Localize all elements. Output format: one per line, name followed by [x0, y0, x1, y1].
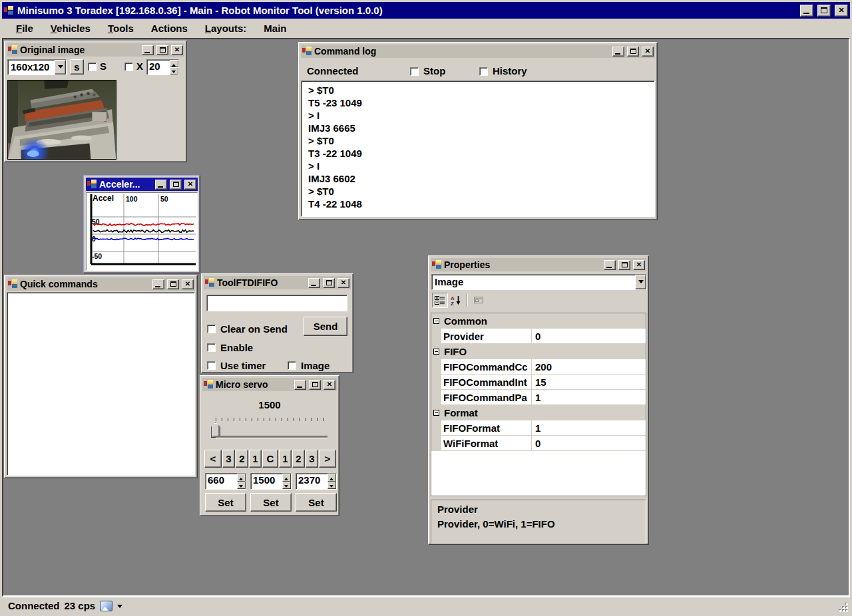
- close-button[interactable]: ✕: [171, 45, 183, 55]
- minimize-button[interactable]: [142, 45, 154, 55]
- servo-step-button-1[interactable]: <: [204, 450, 222, 468]
- x-checkbox[interactable]: [124, 63, 133, 71]
- maximize-button[interactable]: [167, 279, 179, 289]
- spin-down-icon[interactable]: [282, 482, 291, 490]
- interval-spinner[interactable]: 20: [146, 59, 179, 75]
- main-titlebar[interactable]: Minisumo 3 Toradex [192.168.0.36] - Main…: [2, 2, 850, 19]
- quick-commands-titlebar[interactable]: Quick commands ✕: [7, 277, 195, 291]
- enable-checkbox[interactable]: [207, 343, 216, 352]
- maximize-button[interactable]: [323, 278, 335, 288]
- servo-step-button-5[interactable]: C: [262, 450, 278, 468]
- minimize-button[interactable]: [308, 278, 320, 288]
- maximize-button[interactable]: [618, 260, 630, 270]
- menu-item-main[interactable]: Main: [256, 20, 294, 37]
- stop-checkbox[interactable]: [410, 67, 419, 76]
- maximize-button[interactable]: [156, 45, 168, 55]
- collapse-icon[interactable]: [433, 318, 439, 324]
- clear-on-send-checkbox[interactable]: [207, 325, 216, 333]
- spin-up-icon[interactable]: [327, 474, 336, 482]
- snapshot-button[interactable]: s: [70, 59, 84, 75]
- property-row[interactable]: FIFOCommandInt15: [431, 375, 646, 390]
- maximize-button[interactable]: [817, 5, 831, 17]
- original-image-titlebar[interactable]: Original image ✕: [7, 43, 184, 57]
- alphabetical-sort-button[interactable]: A Z: [448, 293, 464, 308]
- close-button[interactable]: ✕: [323, 380, 335, 390]
- chevron-down-icon[interactable]: [635, 275, 646, 289]
- servo-step-button-6[interactable]: 1: [279, 450, 292, 468]
- property-row[interactable]: Provider0: [431, 329, 646, 344]
- maximize-button[interactable]: [170, 180, 182, 190]
- menu-item-tools[interactable]: Tools: [101, 20, 141, 37]
- close-button[interactable]: ✕: [184, 180, 196, 190]
- command-input[interactable]: [206, 295, 347, 311]
- menu-item-vehicles[interactable]: Vehicles: [43, 20, 98, 37]
- property-value[interactable]: 15: [532, 375, 646, 390]
- property-category-row[interactable]: FIFO: [431, 344, 646, 359]
- history-checkbox[interactable]: [479, 67, 488, 76]
- spin-up-icon[interactable]: [237, 474, 246, 482]
- property-value[interactable]: 1: [532, 420, 646, 436]
- micro-servo-titlebar[interactable]: Micro servo ✕: [202, 378, 337, 391]
- servo-step-button-4[interactable]: 1: [249, 450, 262, 468]
- spin-down-icon[interactable]: [327, 482, 336, 490]
- categorized-button[interactable]: [432, 293, 448, 308]
- servo-step-button-2[interactable]: 3: [222, 450, 235, 468]
- spin-up-icon[interactable]: [282, 474, 291, 482]
- close-button[interactable]: ✕: [642, 47, 654, 57]
- property-value[interactable]: 0: [532, 329, 646, 344]
- minimize-button[interactable]: [604, 260, 616, 270]
- servo-step-button-7[interactable]: 2: [292, 450, 305, 468]
- accelerometer-titlebar[interactable]: Acceler... ✕: [86, 178, 198, 191]
- s-checkbox[interactable]: [88, 63, 97, 71]
- servo-step-button-3[interactable]: 2: [236, 450, 248, 468]
- spin-up-icon[interactable]: [170, 60, 178, 67]
- slider-track[interactable]: [216, 436, 327, 438]
- close-button[interactable]: ✕: [337, 278, 349, 288]
- minimize-button[interactable]: [155, 180, 167, 190]
- chevron-down-icon[interactable]: [55, 60, 66, 75]
- property-row[interactable]: FIFOCommandPa1: [431, 390, 646, 405]
- servo-position-spinner-3[interactable]: 2370: [296, 473, 337, 490]
- property-value[interactable]: 200: [532, 359, 646, 375]
- toolftdififo-titlebar[interactable]: ToolFTDIFIFO ✕: [204, 276, 351, 289]
- close-button[interactable]: ✕: [633, 260, 645, 270]
- minimize-button[interactable]: [152, 279, 164, 289]
- maximize-button[interactable]: [309, 380, 321, 390]
- servo-step-button-8[interactable]: 3: [306, 450, 318, 468]
- image-status-icon[interactable]: [100, 601, 112, 611]
- servo-set-button-3[interactable]: Set: [296, 493, 337, 512]
- properties-titlebar[interactable]: Properties ✕: [431, 258, 646, 271]
- resolution-select[interactable]: 160x120: [7, 59, 67, 75]
- status-dropdown-arrow-icon[interactable]: [117, 605, 122, 611]
- property-category-row[interactable]: Common: [431, 313, 646, 329]
- spin-down-icon[interactable]: [170, 67, 178, 75]
- quick-commands-list[interactable]: [7, 292, 195, 476]
- command-log-textbox[interactable]: > $T0T5 -23 1049> IIMJ3 6665> $T0T3 -22 …: [301, 80, 655, 217]
- close-button[interactable]: ✕: [182, 279, 194, 289]
- collapse-icon[interactable]: [433, 349, 439, 355]
- menu-item-file[interactable]: File: [9, 20, 41, 37]
- maximize-button[interactable]: [627, 47, 639, 57]
- property-row[interactable]: FIFOCommandCc200: [431, 359, 646, 375]
- minimize-button[interactable]: [800, 5, 813, 17]
- property-pages-button[interactable]: [471, 293, 487, 308]
- servo-position-spinner-1[interactable]: 660: [205, 473, 246, 490]
- image-checkbox[interactable]: [288, 361, 296, 370]
- menu-item-layouts[interactable]: Layouts:: [198, 20, 254, 37]
- minimize-button[interactable]: [612, 47, 624, 57]
- menu-item-actions[interactable]: Actions: [144, 20, 195, 37]
- spin-down-icon[interactable]: [237, 482, 246, 490]
- servo-position-spinner-2[interactable]: 1500: [250, 473, 292, 490]
- resize-grip[interactable]: [839, 603, 849, 613]
- property-row[interactable]: FIFOFormat1: [431, 420, 646, 436]
- close-button[interactable]: ✕: [835, 5, 848, 17]
- servo-set-button-1[interactable]: Set: [205, 493, 246, 512]
- object-select[interactable]: Image: [431, 274, 647, 290]
- property-row[interactable]: WiFiFormat0: [431, 436, 646, 451]
- servo-step-button-9[interactable]: >: [319, 450, 336, 468]
- servo-set-button-2[interactable]: Set: [250, 493, 292, 512]
- minimize-button[interactable]: [294, 380, 306, 390]
- use-timer-checkbox[interactable]: [207, 361, 216, 370]
- property-value[interactable]: 1: [532, 390, 646, 405]
- collapse-icon[interactable]: [433, 410, 439, 416]
